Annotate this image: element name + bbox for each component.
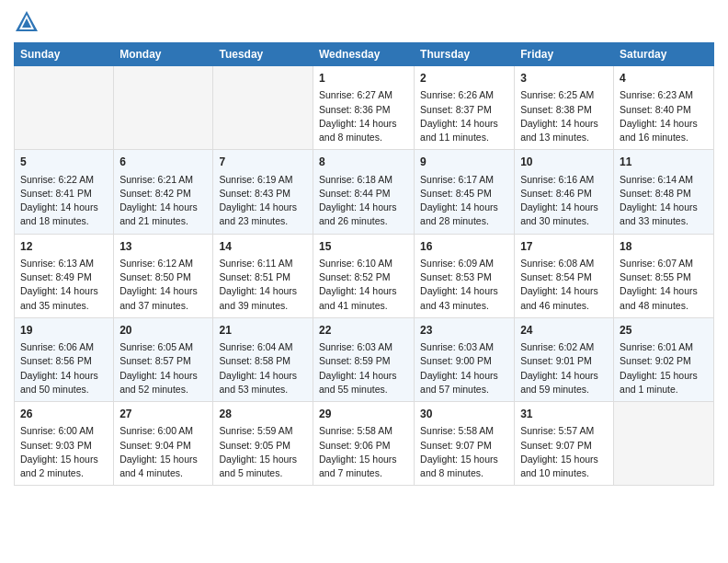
calendar-week-1: 1Sunrise: 6:27 AMSunset: 8:36 PMDaylight… <box>15 66 714 150</box>
day-number: 3 <box>520 71 608 86</box>
daylight-text: Daylight: 14 hours and 33 minutes. <box>620 201 708 228</box>
calendar-cell: 26Sunrise: 6:00 AMSunset: 9:03 PMDayligh… <box>15 402 114 486</box>
header <box>14 9 714 35</box>
daylight-text: Daylight: 14 hours and 16 minutes. <box>620 117 708 144</box>
calendar-cell: 11Sunrise: 6:14 AMSunset: 8:48 PMDayligh… <box>614 150 714 234</box>
sunset-text: Sunset: 8:48 PM <box>620 187 708 201</box>
calendar-cell: 15Sunrise: 6:10 AMSunset: 8:52 PMDayligh… <box>313 234 414 317</box>
calendar-cell: 28Sunrise: 5:59 AMSunset: 9:05 PMDayligh… <box>213 402 313 486</box>
calendar-cell: 17Sunrise: 6:08 AMSunset: 8:54 PMDayligh… <box>515 234 614 317</box>
calendar-cell: 3Sunrise: 6:25 AMSunset: 8:38 PMDaylight… <box>515 66 614 150</box>
sunset-text: Sunset: 8:57 PM <box>119 354 207 368</box>
logo-icon <box>14 9 40 35</box>
calendar-cell: 10Sunrise: 6:16 AMSunset: 8:46 PMDayligh… <box>515 150 614 234</box>
calendar-cell: 5Sunrise: 6:22 AMSunset: 8:41 PMDaylight… <box>15 150 114 234</box>
sunrise-text: Sunrise: 6:03 AM <box>319 340 408 354</box>
sunrise-text: Sunrise: 6:25 AM <box>520 88 608 102</box>
sunrise-text: Sunrise: 6:06 AM <box>20 340 108 354</box>
daylight-text: Daylight: 14 hours and 57 minutes. <box>420 369 508 396</box>
sunset-text: Sunset: 9:05 PM <box>219 439 307 453</box>
day-number: 8 <box>319 155 408 170</box>
sunset-text: Sunset: 8:45 PM <box>420 187 508 201</box>
sunrise-text: Sunrise: 6:03 AM <box>420 340 508 354</box>
sunrise-text: Sunrise: 6:00 AM <box>119 424 207 438</box>
sunset-text: Sunset: 9:07 PM <box>420 439 508 453</box>
sunrise-text: Sunrise: 6:10 AM <box>319 257 408 270</box>
daylight-text: Daylight: 14 hours and 59 minutes. <box>520 369 608 396</box>
day-number: 29 <box>319 407 408 422</box>
sunset-text: Sunset: 8:46 PM <box>520 187 608 201</box>
day-number: 23 <box>420 323 508 339</box>
day-number: 15 <box>319 239 408 255</box>
day-number: 12 <box>20 239 108 255</box>
sunrise-text: Sunrise: 6:18 AM <box>319 173 408 187</box>
daylight-text: Daylight: 14 hours and 37 minutes. <box>119 284 207 312</box>
sunset-text: Sunset: 8:52 PM <box>319 270 408 284</box>
sunset-text: Sunset: 9:01 PM <box>520 354 608 368</box>
calendar-week-5: 26Sunrise: 6:00 AMSunset: 9:03 PMDayligh… <box>15 402 714 486</box>
day-number: 1 <box>319 71 408 86</box>
sunset-text: Sunset: 8:41 PM <box>20 187 108 201</box>
day-number: 21 <box>219 323 307 339</box>
daylight-text: Daylight: 15 hours and 8 minutes. <box>420 453 508 480</box>
daylight-text: Daylight: 15 hours and 10 minutes. <box>520 453 608 480</box>
calendar-cell: 14Sunrise: 6:11 AMSunset: 8:51 PMDayligh… <box>213 234 313 317</box>
sunset-text: Sunset: 9:04 PM <box>119 439 207 453</box>
day-number: 28 <box>219 407 307 422</box>
sunrise-text: Sunrise: 5:58 AM <box>319 424 408 438</box>
sunset-text: Sunset: 9:00 PM <box>420 354 508 368</box>
daylight-text: Daylight: 14 hours and 50 minutes. <box>20 369 108 396</box>
daylight-text: Daylight: 14 hours and 21 minutes. <box>119 201 207 228</box>
day-number: 5 <box>20 155 108 170</box>
sunrise-text: Sunrise: 6:05 AM <box>119 340 207 354</box>
day-number: 10 <box>520 155 608 170</box>
calendar-cell: 29Sunrise: 5:58 AMSunset: 9:06 PMDayligh… <box>313 402 414 486</box>
calendar-cell: 31Sunrise: 5:57 AMSunset: 9:07 PMDayligh… <box>515 402 614 486</box>
weekday-row: SundayMondayTuesdayWednesdayThursdayFrid… <box>15 43 714 66</box>
weekday-header-saturday: Saturday <box>614 43 714 66</box>
sunset-text: Sunset: 8:37 PM <box>420 103 508 117</box>
calendar-cell: 20Sunrise: 6:05 AMSunset: 8:57 PMDayligh… <box>114 317 213 401</box>
day-number: 30 <box>420 407 508 422</box>
daylight-text: Daylight: 14 hours and 39 minutes. <box>219 284 307 312</box>
calendar-cell: 25Sunrise: 6:01 AMSunset: 9:02 PMDayligh… <box>614 317 714 401</box>
sunset-text: Sunset: 9:02 PM <box>620 354 708 368</box>
daylight-text: Daylight: 15 hours and 5 minutes. <box>219 453 307 480</box>
daylight-text: Daylight: 15 hours and 4 minutes. <box>119 453 207 480</box>
calendar-cell: 4Sunrise: 6:23 AMSunset: 8:40 PMDaylight… <box>614 66 714 150</box>
day-number: 14 <box>219 239 307 255</box>
daylight-text: Daylight: 14 hours and 11 minutes. <box>420 117 508 144</box>
daylight-text: Daylight: 14 hours and 18 minutes. <box>20 201 108 228</box>
daylight-text: Daylight: 14 hours and 23 minutes. <box>219 201 307 228</box>
day-number: 31 <box>520 407 608 422</box>
sunset-text: Sunset: 8:59 PM <box>319 354 408 368</box>
calendar-cell: 1Sunrise: 6:27 AMSunset: 8:36 PMDaylight… <box>313 66 414 150</box>
daylight-text: Daylight: 14 hours and 26 minutes. <box>319 201 408 228</box>
sunrise-text: Sunrise: 6:12 AM <box>119 257 207 270</box>
day-number: 25 <box>620 323 708 339</box>
daylight-text: Daylight: 14 hours and 28 minutes. <box>420 201 508 228</box>
weekday-header-monday: Monday <box>114 43 213 66</box>
sunset-text: Sunset: 8:44 PM <box>319 187 408 201</box>
sunset-text: Sunset: 8:40 PM <box>620 103 708 117</box>
sunrise-text: Sunrise: 6:07 AM <box>620 257 708 270</box>
daylight-text: Daylight: 14 hours and 46 minutes. <box>520 284 608 312</box>
day-number: 7 <box>219 155 307 170</box>
weekday-header-tuesday: Tuesday <box>213 43 313 66</box>
sunset-text: Sunset: 8:49 PM <box>20 270 108 284</box>
sunrise-text: Sunrise: 6:27 AM <box>319 88 408 102</box>
sunset-text: Sunset: 8:54 PM <box>520 270 608 284</box>
calendar-cell: 12Sunrise: 6:13 AMSunset: 8:49 PMDayligh… <box>15 234 114 317</box>
sunset-text: Sunset: 8:58 PM <box>219 354 307 368</box>
sunrise-text: Sunrise: 6:23 AM <box>620 88 708 102</box>
daylight-text: Daylight: 15 hours and 7 minutes. <box>319 453 408 480</box>
sunrise-text: Sunrise: 6:17 AM <box>420 173 508 187</box>
day-number: 20 <box>119 323 207 339</box>
day-number: 24 <box>520 323 608 339</box>
calendar-body: 1Sunrise: 6:27 AMSunset: 8:36 PMDaylight… <box>15 66 714 486</box>
sunrise-text: Sunrise: 6:11 AM <box>219 257 307 270</box>
calendar-cell: 7Sunrise: 6:19 AMSunset: 8:43 PMDaylight… <box>213 150 313 234</box>
calendar-cell: 24Sunrise: 6:02 AMSunset: 9:01 PMDayligh… <box>515 317 614 401</box>
daylight-text: Daylight: 14 hours and 30 minutes. <box>520 201 608 228</box>
day-number: 18 <box>620 239 708 255</box>
